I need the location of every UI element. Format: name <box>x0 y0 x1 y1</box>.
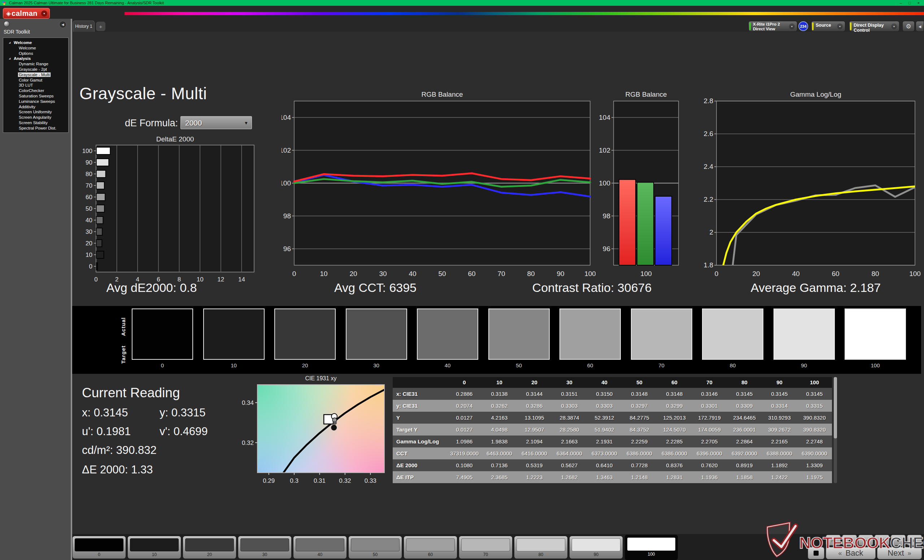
svg-text:CIE 1931 xy: CIE 1931 xy <box>305 375 336 381</box>
patch-button-30[interactable]: 30 <box>238 536 291 559</box>
close-icon[interactable]: × <box>918 1 920 5</box>
patch-button-60[interactable]: 60 <box>404 536 457 559</box>
current-reading-value: x: 0.3145 <box>82 406 128 419</box>
table-scrollbar-thumb[interactable] <box>834 377 837 439</box>
title-bar: Calman 2025 Calman Ultimate for Business… <box>0 0 924 6</box>
source-dropdown[interactable]: Source ▼ <box>811 21 845 32</box>
sidebar-item-analysis[interactable]: ◢Analysis <box>3 56 68 61</box>
table-header-row: 0102030405060708090100 <box>393 377 832 388</box>
meter-count-badge[interactable]: 234 <box>798 21 808 31</box>
source-accent <box>812 22 813 30</box>
patch-button-90[interactable]: 90 <box>570 536 622 559</box>
table-cell: 2.1094 <box>517 436 552 448</box>
avg-cct-text: Avg CCT: 6395 <box>334 281 417 295</box>
sidebar-item-color-gamut[interactable]: Color Gamut <box>3 78 68 83</box>
patch-button-80[interactable]: 80 <box>514 536 567 559</box>
deltae-bar-100 <box>96 147 110 154</box>
sidebar-item-spectral-power-dist-[interactable]: Spectral Power Dist. <box>3 126 68 131</box>
svg-text:2.4: 2.4 <box>704 163 714 170</box>
chevron-down-icon: ▼ <box>789 24 795 29</box>
sidebar-item-additivity[interactable]: Additivity <box>3 104 68 110</box>
sidebar-item-saturation-sweeps[interactable]: Saturation Sweeps <box>3 93 68 99</box>
tab-history-1[interactable]: History 1 <box>73 21 94 32</box>
table-column-header: 90 <box>762 377 797 388</box>
sidebar-item-screen-uniformity[interactable]: Screen Uniformity <box>3 109 68 115</box>
patch-swatch <box>75 538 123 551</box>
table-cell: 0.0127 <box>447 412 482 424</box>
sidebar-item-grayscale-2pt[interactable]: Grayscale - 2pt <box>3 67 68 72</box>
patch-button-70[interactable]: 70 <box>459 536 512 559</box>
patch-button-20[interactable]: 20 <box>183 536 236 559</box>
table-cell: 2.3685 <box>482 471 517 483</box>
svg-text:96: 96 <box>284 245 291 253</box>
sidebar-item-screen-stability[interactable]: Screen Stability <box>3 120 68 126</box>
patch-swatch <box>351 538 399 551</box>
cie1931-chart: CIE 1931 xy0.290.30.310.320.330.320.34 <box>238 374 390 487</box>
table-row: Y0.01274.216313.109528.387452.391284.277… <box>393 412 832 424</box>
de-formula-select[interactable]: 2000 ▼ <box>180 116 252 129</box>
sidebar-item-welcome[interactable]: ◢Welcome <box>3 40 68 45</box>
sidebar-item-welcome[interactable]: Welcome <box>3 45 68 51</box>
patch-button-10[interactable]: 10 <box>128 536 181 559</box>
workflow-tree: ◢WelcomeWelcomeOptions◢AnalysisDynamic R… <box>3 37 69 133</box>
sidebar-item-grayscale-multi[interactable]: Grayscale - Multi <box>3 72 68 78</box>
sidebar-item-luminance-sweeps[interactable]: Luminance Sweeps <box>3 99 68 104</box>
swatch-label-100: 100 <box>844 362 906 368</box>
svg-text:80: 80 <box>871 270 879 277</box>
grayscale-swatch-100 <box>844 308 906 360</box>
tree-collapse-icon[interactable]: ◢ <box>9 56 10 61</box>
de-formula-label: dE Formula: <box>125 118 178 129</box>
sidebar-item-label: Spectral Power Dist. <box>19 126 56 130</box>
sidebar-splitter[interactable] <box>71 19 72 560</box>
table-cell: 6386.0000 <box>622 448 657 459</box>
table-cell: 390.8320 <box>797 424 832 436</box>
svg-text:20: 20 <box>350 270 357 277</box>
patch-button-50[interactable]: 50 <box>349 536 402 559</box>
current-reading-value: ΔE 2000: 1.33 <box>82 463 153 476</box>
grayscale-swatch-90 <box>774 308 835 360</box>
table-cell: 125.2013 <box>657 412 692 424</box>
table-cell: 2.2864 <box>727 436 762 448</box>
sidebar-item-label: Screen Angularity <box>19 115 51 120</box>
table-cell: 1.2831 <box>657 471 692 483</box>
sidebar-item-label: Luminance Sweeps <box>19 99 55 103</box>
meter-dropdown[interactable]: X-Rite i1Pro 2 Direct View ▼ <box>748 21 797 32</box>
minimize-icon[interactable]: – <box>900 1 902 5</box>
sidebar-item-options[interactable]: Options <box>3 51 68 56</box>
add-tab-button[interactable]: + <box>96 22 105 31</box>
calman-dropdown-icon[interactable]: ▼ <box>41 10 47 16</box>
sidebar-item-label: Options <box>19 51 33 55</box>
sidebar-collapse-icon[interactable]: ◀ <box>59 21 66 28</box>
table-cell: 174.0059 <box>692 424 727 436</box>
swatch-label-50: 50 <box>488 362 550 368</box>
calman-menu-button[interactable]: ◈ calman ▼ <box>3 8 50 19</box>
sidebar-item-3d-lut[interactable]: 3D LUT <box>3 82 68 88</box>
sidebar-item-colorchecker[interactable]: ColorChecker <box>3 88 68 93</box>
svg-text:2.6: 2.6 <box>704 130 713 138</box>
svg-text:20: 20 <box>752 270 760 277</box>
table-cell: 1.2682 <box>552 471 587 483</box>
table-cell: 1.1892 <box>762 459 797 471</box>
collapse-panel-icon[interactable]: ◀ <box>916 21 924 32</box>
svg-text:50: 50 <box>86 205 92 212</box>
patch-button-100[interactable]: 100 <box>625 535 678 560</box>
sidebar-item-screen-angularity[interactable]: Screen Angularity <box>3 115 68 120</box>
patch-button-40[interactable]: 40 <box>294 536 346 559</box>
table-row: Target Y0.01274.049812.950728.258051.940… <box>393 424 832 436</box>
gear-icon[interactable]: ⚙ <box>902 21 915 32</box>
patch-button-0[interactable]: 0 <box>72 536 126 559</box>
sidebar-item-dynamic-range[interactable]: Dynamic Range <box>3 61 68 67</box>
table-cell: 1.3309 <box>797 459 832 471</box>
maximize-icon[interactable]: □ <box>909 1 911 5</box>
sidebar-sphere-button[interactable] <box>4 21 10 27</box>
svg-text:RGB Balance: RGB Balance <box>421 91 463 98</box>
grayscale-data-table: 0102030405060708090100x: CIE310.28860.31… <box>393 377 832 483</box>
table-cell: 0.5319 <box>517 459 552 471</box>
tree-collapse-icon[interactable]: ◢ <box>9 40 10 45</box>
display-control-dropdown[interactable]: Direct Display Control ▼ <box>849 21 900 32</box>
rgb-bar-blue <box>655 196 672 265</box>
table-column-header: 40 <box>587 377 622 388</box>
table-cell: 6463.0000 <box>482 448 517 459</box>
table-cell: 1.2148 <box>622 471 657 483</box>
swatch-label-0: 0 <box>132 362 193 368</box>
